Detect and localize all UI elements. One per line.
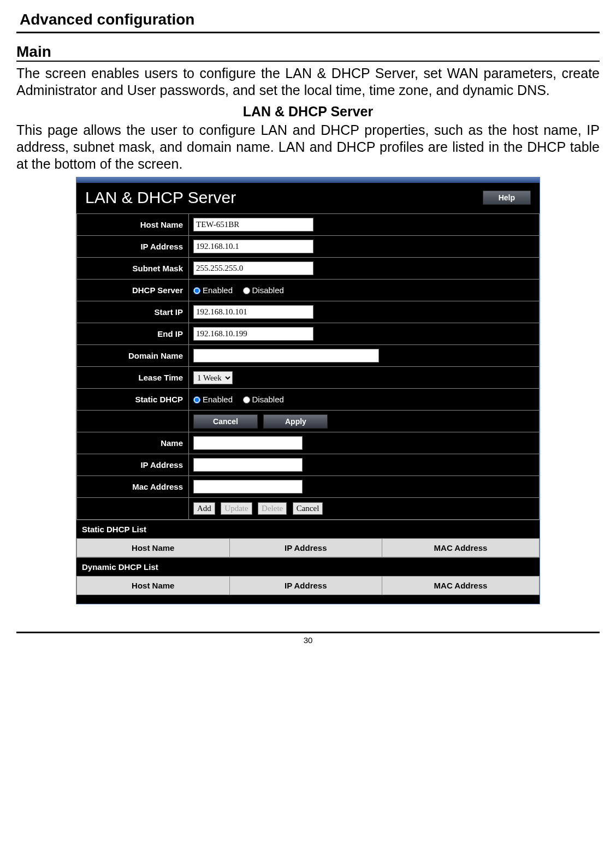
label-start-ip: Start IP [77,301,189,323]
col-mac-static: MAC Address [382,539,540,557]
static-enabled-label: Enabled [203,395,233,404]
label-domain-name: Domain Name [77,345,189,367]
label-host-name: Host Name [77,214,189,236]
delete-button[interactable]: Delete [258,502,287,515]
label-ip-address: IP Address [77,236,189,258]
start-ip-input[interactable] [193,305,313,319]
label-dhcp-server: DHCP Server [77,280,189,301]
add-button[interactable]: Add [193,502,215,515]
panel-header: LAN & DHCP Server Help [76,183,540,213]
cancel-entry-button[interactable]: Cancel [293,502,323,515]
help-button[interactable]: Help [483,191,531,205]
ip-address-input[interactable] [193,240,313,253]
dhcp-disabled-option[interactable]: Disabled [243,286,284,295]
empty-label-actions [77,411,189,432]
host-name-input[interactable] [193,218,313,231]
dhcp-enabled-label: Enabled [203,286,233,295]
subsection-heading: LAN & DHCP Server [16,104,600,120]
domain-name-input[interactable] [193,349,379,362]
static-disabled-option[interactable]: Disabled [243,395,284,404]
subnet-mask-input[interactable] [193,261,313,275]
dhcp-enabled-option[interactable]: Enabled [193,286,233,295]
static-enabled-radio[interactable] [193,396,200,403]
label-lease-time: Lease Time [77,367,189,389]
static-dhcp-list-header: Static DHCP List [76,520,540,538]
update-button[interactable]: Update [221,502,252,515]
dynamic-dhcp-list-header: Dynamic DHCP List [76,557,540,576]
label-entry-mac: Mac Address [77,476,189,498]
entry-mac-input[interactable] [193,480,303,494]
label-entry-name: Name [77,432,189,454]
label-entry-ip: IP Address [77,454,189,476]
intro-paragraph: The screen enables users to configure th… [16,65,600,99]
dhcp-enabled-radio[interactable] [193,287,200,294]
lease-time-select[interactable]: 1 Week [193,371,233,384]
router-ui-panel: LAN & DHCP Server Help Host Name IP Addr… [76,177,540,604]
dhcp-disabled-radio[interactable] [243,287,250,294]
col-ip-static: IP Address [229,539,382,557]
config-table: Host Name IP Address Subnet Mask DHCP Se… [76,213,540,520]
panel-title: LAN & DHCP Server [85,188,236,207]
static-disabled-radio[interactable] [243,396,250,403]
page-number: 30 [16,635,600,645]
window-titlebar [76,177,540,183]
col-host-static: Host Name [77,539,230,557]
col-ip-dynamic: IP Address [229,576,382,595]
empty-label-crud [77,498,189,520]
page-title: Advanced configuration [16,11,600,33]
label-subnet-mask: Subnet Mask [77,258,189,280]
panel-footer-spacer [76,595,540,604]
label-end-ip: End IP [77,323,189,345]
col-host-dynamic: Host Name [77,576,230,595]
dynamic-dhcp-columns: Host Name IP Address MAC Address [76,576,540,595]
end-ip-input[interactable] [193,327,313,341]
entry-name-input[interactable] [193,436,303,450]
static-disabled-label: Disabled [252,395,284,404]
static-dhcp-columns: Host Name IP Address MAC Address [76,538,540,557]
entry-ip-input[interactable] [193,458,303,472]
section-heading-main: Main [16,43,600,62]
static-enabled-option[interactable]: Enabled [193,395,233,404]
col-mac-dynamic: MAC Address [382,576,540,595]
description-paragraph: This page allows the user to configure L… [16,122,600,173]
dhcp-disabled-label: Disabled [252,286,284,295]
apply-button[interactable]: Apply [263,414,328,429]
footer-rule [16,632,600,633]
cancel-button[interactable]: Cancel [193,414,258,429]
label-static-dhcp: Static DHCP [77,389,189,411]
